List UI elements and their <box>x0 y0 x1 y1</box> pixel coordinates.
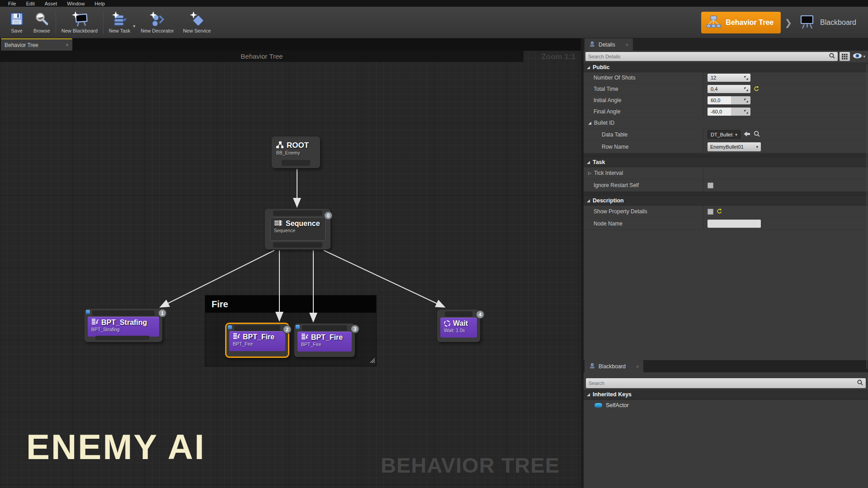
sequence-order-badge: 0 <box>324 211 333 220</box>
strafing-out-pin[interactable] <box>95 336 150 340</box>
tab-close-icon[interactable]: × <box>636 364 639 369</box>
tab-blackboard[interactable]: Blackboard × <box>585 360 643 372</box>
row-ignore-restart-self: Ignore Restart Self <box>584 179 868 192</box>
sequence-body: Sequence Sequence <box>270 217 326 241</box>
initial-angle-label: Initial Angle <box>584 95 703 106</box>
node-sequence[interactable]: Sequence Sequence 0 <box>265 209 330 249</box>
row-bullet-id-header[interactable]: ◢ Bullet ID <box>584 117 868 129</box>
blackboard-search-box[interactable] <box>586 378 866 388</box>
row-number-of-shots: Number Of Shots 12 <box>584 72 868 84</box>
tab-behavior-tree[interactable]: Behavior Tree × <box>1 38 72 51</box>
new-service-button[interactable]: New Service <box>179 9 216 37</box>
menu-edit[interactable]: Edit <box>22 1 39 6</box>
menu-file[interactable]: File <box>4 1 21 6</box>
breadcrumb-behavior-tree-button[interactable]: Behavior Tree <box>701 12 781 33</box>
sequence-in-pin[interactable] <box>273 211 322 216</box>
section-public-label: Public <box>593 64 610 70</box>
property-matrix-button[interactable] <box>840 52 850 61</box>
ignore-restart-self-checkbox[interactable] <box>708 183 713 188</box>
section-inherited-keys[interactable]: ◢ Inherited Keys <box>584 389 868 400</box>
details-scrollbar[interactable] <box>866 64 868 369</box>
tab-close-icon[interactable]: × <box>66 42 69 48</box>
section-description[interactable]: ◢ Description <box>584 196 868 206</box>
new-blackboard-icon <box>71 10 89 28</box>
multi-value-icon <box>744 110 748 114</box>
strafing-subtitle: BPT_Strafing <box>91 327 156 332</box>
expanded-arrow-icon: ◢ <box>587 198 590 203</box>
row-final-angle: Final Angle -60,0 <box>584 106 868 117</box>
row-show-property-details: Show Property Details <box>584 206 868 218</box>
fire-left-in-pin[interactable] <box>234 325 280 331</box>
root-icon <box>276 141 284 150</box>
tab-details[interactable]: Details × <box>585 38 633 51</box>
node-bpt-fire[interactable]: BPT_Fire BPT_Fire 3 <box>294 324 355 357</box>
section-task-label: Task <box>593 159 605 165</box>
view-options-button[interactable]: ▾ <box>852 52 866 61</box>
data-table-dropdown[interactable]: DT_Bullet ▾ <box>708 130 741 139</box>
section-public[interactable]: ◢ Public <box>584 62 868 72</box>
initial-angle-input[interactable]: 60,0 <box>708 96 750 104</box>
new-service-icon <box>188 10 206 28</box>
blackboard-empty-area <box>584 411 868 470</box>
sequence-out-pin[interactable] <box>273 242 322 248</box>
fire-left-title: BPT_Fire <box>243 333 274 341</box>
tab-close-icon[interactable]: × <box>626 42 628 47</box>
search-icon <box>829 52 835 61</box>
show-property-details-checkbox[interactable] <box>708 209 713 215</box>
row-row-name: Row Name EnemyBullet01 ▾ <box>584 141 868 153</box>
reset-to-default-icon[interactable] <box>754 85 759 93</box>
blackboard-tabstrip: Blackboard × <box>584 360 868 372</box>
graph-edges <box>0 51 581 488</box>
strafing-in-pin[interactable] <box>92 310 155 316</box>
new-task-icon <box>111 10 129 28</box>
new-blackboard-label: New Blackboard <box>61 28 98 33</box>
node-root[interactable]: ROOT BB_Enemy <box>272 136 320 168</box>
details-search-box[interactable] <box>585 52 838 61</box>
breadcrumb-behavior-tree-label: Behavior Tree <box>726 19 774 27</box>
root-title: ROOT <box>287 141 309 150</box>
menu-asset[interactable]: Asset <box>40 1 62 6</box>
section-description-label: Description <box>593 197 624 204</box>
reset-to-default-icon[interactable] <box>717 207 722 216</box>
use-selected-icon[interactable] <box>744 131 750 139</box>
save-button[interactable]: Save <box>5 9 29 37</box>
eye-icon <box>853 52 862 61</box>
new-blackboard-button[interactable]: New Blackboard <box>57 9 102 37</box>
section-task[interactable]: ◢ Task <box>584 157 868 167</box>
ignore-restart-self-label: Ignore Restart Self <box>584 179 703 191</box>
new-task-dropdown-caret[interactable]: ▾ <box>133 23 135 28</box>
new-decorator-button[interactable]: New Decorator <box>136 9 178 37</box>
new-decorator-label: New Decorator <box>141 28 174 33</box>
menu-window[interactable]: Window <box>62 1 89 6</box>
total-time-input[interactable]: 0,4 <box>708 85 750 93</box>
row-tick-interval[interactable]: ▷ Tick Interval <box>584 167 868 179</box>
wait-in-pin[interactable] <box>445 311 472 317</box>
breadcrumb-blackboard-button[interactable]: Blackboard <box>796 12 860 33</box>
details-search-input[interactable] <box>588 54 829 59</box>
browse-button[interactable]: Browse <box>29 9 55 37</box>
tab-blackboard-label: Blackboard <box>599 363 626 370</box>
new-task-button[interactable]: New Task <box>104 9 135 37</box>
graph-canvas[interactable]: Behavior Tree Zoom 1:1 Fire <box>0 51 581 488</box>
menu-help[interactable]: Help <box>90 1 109 6</box>
node-bpt-fire-selected[interactable]: BPT_Fire BPT_Fire 2 <box>225 323 289 358</box>
node-name-input[interactable] <box>708 220 761 228</box>
root-out-pin[interactable] <box>282 160 310 166</box>
number-of-shots-input[interactable]: 12 <box>708 74 750 82</box>
breadcrumb-separator: ❯ <box>784 17 792 28</box>
multi-value-icon <box>744 76 748 80</box>
final-angle-input[interactable]: -60,0 <box>708 108 750 116</box>
fire-right-body: BPT_Fire BPT_Fire <box>297 332 352 352</box>
node-wait[interactable]: Wait Wait: 1.0s 4 <box>437 310 480 342</box>
new-service-label: New Service <box>183 28 211 33</box>
row-name-dropdown[interactable]: EnemyBullet01 ▾ <box>708 142 761 151</box>
node-bpt-strafing[interactable]: BPT_Strafing BPT_Strafing 1 <box>85 309 162 342</box>
object-key-icon <box>594 403 602 408</box>
blackboard-search-input[interactable] <box>589 380 857 386</box>
save-label: Save <box>11 28 22 33</box>
wait-subtitle: Wait: 1.0s <box>444 328 473 333</box>
sequence-subtitle: Sequence <box>274 228 321 233</box>
fire-right-in-pin[interactable] <box>302 325 347 331</box>
blackboard-key-selfactor[interactable]: SelfActor <box>584 400 868 411</box>
browse-to-asset-icon[interactable] <box>754 131 760 139</box>
